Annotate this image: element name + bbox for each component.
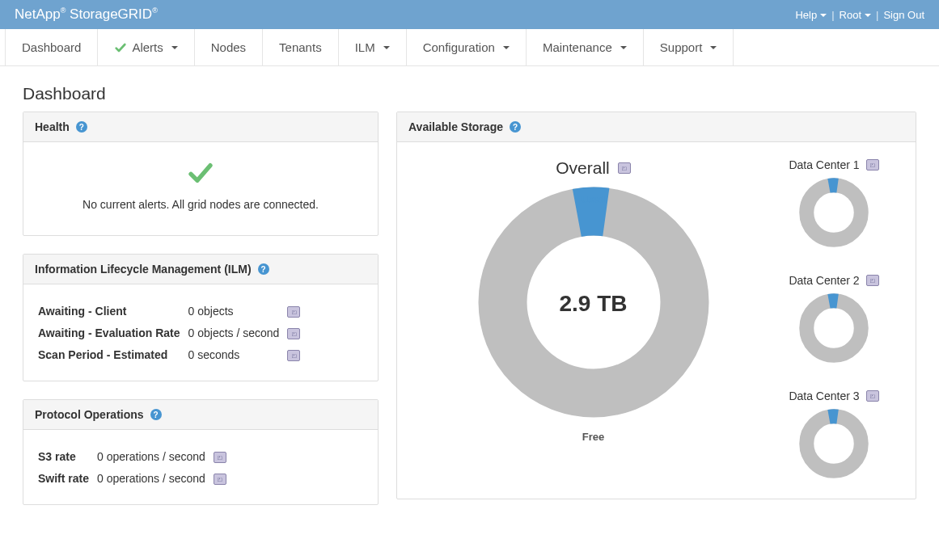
nav-support[interactable]: Support — [644, 29, 734, 65]
nav-nodes[interactable]: Nodes — [195, 29, 263, 65]
protocol-panel: Protocol Operations ? S3 rate 0 operatio… — [23, 399, 379, 505]
site-item: Data Center 1⏍ — [765, 158, 903, 251]
ilm-label: Scan Period - Estimated — [38, 344, 187, 364]
protocol-value: 0 operations / second — [97, 468, 212, 488]
check-icon — [184, 160, 217, 186]
storage-panel-head: Available Storage ? — [397, 112, 916, 142]
protocol-label: Swift rate — [38, 468, 95, 488]
nav-configuration[interactable]: Configuration — [407, 29, 527, 65]
protocol-value: 0 operations / second — [97, 446, 212, 466]
caret-down-icon — [503, 46, 510, 49]
chart-icon[interactable]: ⏍ — [287, 328, 300, 339]
health-title: Health — [35, 120, 70, 133]
caret-down-icon — [865, 14, 871, 17]
nav-maintenance[interactable]: Maintenance — [527, 29, 644, 65]
chart-icon[interactable]: ⏍ — [287, 306, 300, 318]
protocol-title: Protocol Operations — [35, 408, 144, 421]
site-name: Data Center 3 — [789, 389, 859, 402]
chart-icon[interactable]: ⏍ — [866, 159, 879, 171]
protocol-label: S3 rate — [38, 446, 95, 466]
site-item: Data Center 2⏍ — [765, 274, 903, 367]
svg-point-6 — [806, 416, 861, 471]
table-row: Swift rate 0 operations / second ⏍ — [38, 468, 233, 488]
health-panel: Health ? No current alerts. All grid nod… — [23, 112, 379, 236]
chart-icon[interactable]: ⏍ — [866, 390, 879, 402]
table-row: Awaiting - Client 0 objects ⏍ — [38, 301, 307, 321]
chart-icon[interactable]: ⏍ — [618, 162, 631, 174]
chart-icon[interactable]: ⏍ — [866, 275, 879, 286]
help-icon[interactable]: ? — [510, 121, 521, 133]
protocol-table: S3 rate 0 operations / second ⏍ Swift ra… — [36, 444, 235, 490]
table-row: Awaiting - Evaluation Rate 0 objects / s… — [38, 322, 307, 343]
top-bar: NetApp® StorageGRID® Help | Root | Sign … — [0, 0, 939, 29]
caret-down-icon — [620, 46, 627, 49]
user-menu[interactable]: Root — [840, 9, 871, 21]
page-title: Dashboard — [0, 66, 939, 112]
nav-dashboard[interactable]: Dashboard — [5, 29, 98, 65]
table-row: S3 rate 0 operations / second ⏍ — [38, 446, 233, 466]
storage-title: Available Storage — [408, 120, 503, 133]
ilm-label: Awaiting - Client — [38, 301, 187, 321]
ilm-title: Information Lifecycle Management (ILM) — [35, 263, 252, 276]
caret-down-icon — [710, 46, 717, 49]
chart-icon[interactable]: ⏍ — [214, 474, 226, 485]
brand: NetApp® StorageGRID® — [15, 6, 158, 23]
check-icon — [114, 41, 127, 54]
site-name: Data Center 1 — [789, 158, 859, 171]
ilm-value: 0 objects — [188, 301, 286, 321]
nav-ilm[interactable]: ILM — [339, 29, 407, 65]
svg-point-2 — [806, 185, 861, 240]
overall-label: Overall ⏍ — [421, 158, 765, 178]
caret-down-icon — [820, 14, 827, 17]
sign-out-link[interactable]: Sign Out — [883, 9, 924, 21]
top-bar-right: Help | Root | Sign Out — [795, 9, 924, 21]
brand-netapp: NetApp — [15, 6, 61, 22]
svg-point-4 — [806, 301, 861, 356]
caret-down-icon — [383, 46, 390, 49]
site-item: Data Center 3⏍ — [765, 389, 903, 482]
brand-storagegrid: StorageGRID — [70, 6, 152, 22]
ilm-panel: Information Lifecycle Management (ILM) ?… — [23, 254, 379, 381]
nav-tenants[interactable]: Tenants — [263, 29, 339, 65]
overall-donut-chart: Used 2.9 TB — [472, 181, 715, 426]
chart-icon[interactable]: ⏍ — [287, 350, 300, 361]
used-label: Used — [582, 194, 605, 205]
protocol-panel-head: Protocol Operations ? — [23, 400, 378, 430]
health-panel-head: Health ? — [23, 112, 378, 142]
overall-total-value: 2.9 TB — [559, 291, 627, 317]
chart-icon[interactable]: ⏍ — [214, 452, 226, 463]
storage-panel: Available Storage ? Overall ⏍ Used — [396, 112, 916, 499]
ilm-value: 0 objects / second — [188, 322, 286, 343]
help-icon[interactable]: ? — [76, 121, 87, 133]
ilm-value: 0 seconds — [188, 344, 286, 364]
main-nav: Dashboard Alerts Nodes Tenants ILM Confi… — [0, 29, 939, 66]
nav-alerts[interactable]: Alerts — [98, 29, 194, 65]
ilm-table: Awaiting - Client 0 objects ⏍ Awaiting -… — [36, 299, 308, 366]
site-donut-chart — [797, 176, 870, 249]
site-name: Data Center 2 — [789, 274, 859, 287]
table-row: Scan Period - Estimated 0 seconds ⏍ — [38, 344, 307, 364]
health-status-text: No current alerts. All grid nodes are co… — [36, 198, 365, 211]
ilm-panel-head: Information Lifecycle Management (ILM) ? — [23, 255, 378, 284]
free-label: Free — [421, 431, 765, 443]
site-donut-chart — [797, 407, 870, 480]
help-menu[interactable]: Help — [795, 9, 827, 21]
caret-down-icon — [171, 46, 178, 49]
help-icon[interactable]: ? — [150, 409, 162, 420]
ilm-label: Awaiting - Evaluation Rate — [38, 322, 187, 343]
site-donut-chart — [797, 292, 870, 364]
help-icon[interactable]: ? — [258, 263, 269, 275]
